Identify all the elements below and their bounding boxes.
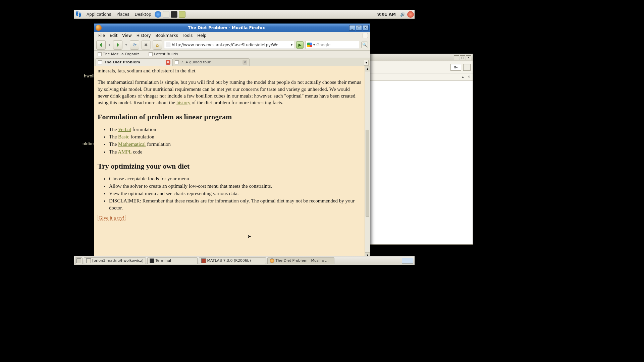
list-item: Choose acceptable foods for your menu. bbox=[109, 175, 361, 182]
background-window[interactable]: _ □ ✕ d ▾ ▴ ✕ bbox=[369, 54, 473, 245]
search-placeholder: Google bbox=[316, 43, 330, 47]
window-titlebar[interactable]: The Diet Problem - Mozilla Firefox _ □ ✕ bbox=[94, 24, 370, 32]
collapse-icon[interactable]: ▴ bbox=[461, 75, 465, 79]
tab-guided-tour[interactable]: 7. A guided tour ✕ bbox=[172, 58, 250, 66]
menu-edit[interactable]: Edit bbox=[108, 33, 119, 39]
url-bar[interactable]: http://www-neos.mcs.anl.gov/CaseStudies/… bbox=[164, 41, 294, 49]
close-button[interactable]: ✕ bbox=[363, 25, 369, 31]
firefox-icon bbox=[96, 25, 102, 31]
url-dropdown-icon[interactable]: ▾ bbox=[291, 43, 292, 47]
heading-formulation: Formulation of problem as linear program bbox=[98, 112, 361, 122]
link-ampl[interactable]: AMPL bbox=[118, 149, 131, 155]
toolbar-button[interactable] bbox=[463, 64, 471, 71]
vertical-scrollbar[interactable]: ▴ ▾ bbox=[365, 66, 370, 258]
browser-launcher-icon[interactable] bbox=[155, 11, 161, 18]
bookmark-mozilla-org[interactable]: The Mozilla Organiz... bbox=[96, 51, 144, 57]
background-window-content bbox=[369, 81, 473, 244]
updates-icon[interactable] bbox=[163, 11, 169, 18]
search-engine-dropdown-icon[interactable]: ▾ bbox=[313, 43, 315, 47]
panel-menu-places[interactable]: Places bbox=[114, 10, 132, 19]
scroll-up-button[interactable]: ▴ bbox=[365, 66, 370, 71]
maximize-button[interactable]: □ bbox=[356, 25, 362, 31]
list-item: View the optimal menu and see charts rep… bbox=[109, 190, 361, 197]
forward-history-dropdown[interactable]: ▾ bbox=[124, 43, 128, 47]
panel-menu-desktop[interactable]: Desktop bbox=[132, 10, 154, 19]
gnome-bottom-panel: [orion3.math:u/hwolkowicz] Terminal MATL… bbox=[74, 256, 415, 265]
folder-icon bbox=[86, 258, 91, 263]
firefox-window: The Diet Problem - Mozilla Firefox _ □ ✕… bbox=[94, 23, 370, 265]
tab-close-icon[interactable]: ✕ bbox=[243, 60, 247, 65]
terminal-launcher-icon[interactable] bbox=[171, 11, 177, 18]
minimize-button[interactable]: _ bbox=[349, 25, 355, 31]
search-box[interactable]: ▾ Google bbox=[306, 41, 359, 49]
list-item: The AMPL code bbox=[109, 148, 361, 155]
desktop-icon-label[interactable]: oldbo bbox=[83, 141, 94, 146]
close-icon[interactable]: ✕ bbox=[467, 75, 471, 79]
menu-bookmarks[interactable]: Bookmarks bbox=[154, 33, 180, 39]
tab-strip: The Diet Problem ✕ 7. A guided tour ✕ ▾ bbox=[94, 58, 370, 66]
search-submit-button[interactable]: 🔍 bbox=[361, 42, 368, 48]
tab-label: 7. A guided tour bbox=[181, 60, 211, 64]
tab-favicon-icon bbox=[98, 60, 102, 64]
forward-button[interactable] bbox=[113, 40, 122, 50]
panel-clock[interactable]: 9:01 AM bbox=[375, 12, 398, 17]
bookmarks-toolbar: The Mozilla Organiz... Latest Builds bbox=[94, 51, 370, 58]
taskbar-item-matlab[interactable]: MATLAB 7.3.0 (R2006b) bbox=[199, 257, 266, 264]
list-item: The Verbal formulation bbox=[109, 126, 361, 133]
link-history[interactable]: history bbox=[176, 100, 191, 105]
paragraph-fragment: minerals, fats, sodium and cholesterol i… bbox=[98, 68, 197, 73]
scroll-thumb[interactable] bbox=[366, 130, 369, 217]
stop-button[interactable]: ✖ bbox=[141, 40, 151, 50]
bookmark-icon bbox=[149, 52, 153, 56]
go-button[interactable]: ▶ bbox=[296, 41, 304, 49]
terminal-icon bbox=[150, 258, 154, 263]
firefox-icon bbox=[270, 258, 274, 263]
menu-file[interactable]: File bbox=[96, 33, 107, 39]
close-button[interactable]: ✕ bbox=[466, 55, 471, 60]
taskbar-item-file-manager[interactable]: [orion3.math:u/hwolkowicz] bbox=[84, 257, 146, 264]
dropdown[interactable]: d ▾ bbox=[450, 64, 461, 71]
workspace-switcher[interactable] bbox=[402, 258, 413, 264]
app-launcher-icon[interactable] bbox=[179, 11, 185, 18]
gnome-foot-icon[interactable]: 👣 bbox=[75, 11, 82, 18]
bookmark-latest-builds[interactable]: Latest Builds bbox=[147, 51, 179, 57]
menu-view[interactable]: View bbox=[120, 33, 133, 39]
show-desktop-button[interactable] bbox=[75, 257, 83, 264]
volume-icon[interactable]: 🔊 bbox=[399, 11, 406, 18]
link-verbal[interactable]: Verbal bbox=[118, 127, 131, 132]
list-item: Allow the solver to create an optimally … bbox=[109, 183, 361, 189]
panel-menu-applications[interactable]: Applications bbox=[84, 10, 114, 19]
menu-help[interactable]: Help bbox=[195, 33, 208, 39]
bookmark-icon bbox=[98, 52, 102, 56]
menu-tools[interactable]: Tools bbox=[181, 33, 195, 39]
menu-history[interactable]: History bbox=[135, 33, 153, 39]
browser-viewport: minerals, fats, sodium and cholesterol i… bbox=[94, 66, 370, 258]
desktop-icon bbox=[76, 258, 81, 263]
back-button[interactable] bbox=[96, 40, 106, 50]
link-mathematical[interactable]: Mathematical bbox=[118, 141, 146, 147]
tab-favicon-icon bbox=[175, 60, 179, 64]
back-history-dropdown[interactable]: ▾ bbox=[108, 43, 111, 47]
throbber-icon bbox=[363, 33, 368, 38]
taskbar-item-firefox[interactable]: The Diet Problem - Mozilla ... bbox=[267, 257, 334, 264]
tabs-dropdown-button[interactable]: ▾ bbox=[364, 60, 369, 66]
matlab-icon bbox=[201, 258, 206, 263]
window-title: The Diet Problem - Mozilla Firefox bbox=[104, 25, 349, 30]
link-basic[interactable]: Basic bbox=[118, 134, 129, 139]
firefox-nav-toolbar: ▾ ▾ ⟳ ✖ ⌂ http://www-neos.mcs.anl.gov/Ca… bbox=[94, 39, 370, 51]
link-give-it-a-try[interactable]: Give it a try! bbox=[98, 215, 125, 221]
desktop-icon-label[interactable]: hwoll bbox=[84, 74, 94, 78]
gnome-top-panel: 👣 Applications Places Desktop 9:01 AM 🔊 bbox=[74, 10, 415, 19]
maximize-button[interactable]: □ bbox=[460, 55, 465, 60]
tab-diet-problem[interactable]: The Diet Problem ✕ bbox=[96, 58, 173, 66]
home-button[interactable]: ⌂ bbox=[153, 40, 162, 50]
tab-label: The Diet Problem bbox=[104, 60, 140, 64]
shutdown-icon[interactable] bbox=[407, 11, 414, 18]
list-item: The Basic formulation bbox=[109, 133, 361, 140]
taskbar-item-terminal[interactable]: Terminal bbox=[147, 257, 198, 264]
tab-close-icon[interactable]: ✕ bbox=[166, 60, 170, 65]
paragraph-text: of the diet problem for more interesting… bbox=[191, 100, 283, 105]
minimize-button[interactable]: _ bbox=[454, 55, 459, 60]
heading-try: Try optimizing your own diet bbox=[98, 161, 361, 171]
reload-button[interactable]: ⟳ bbox=[130, 40, 139, 50]
